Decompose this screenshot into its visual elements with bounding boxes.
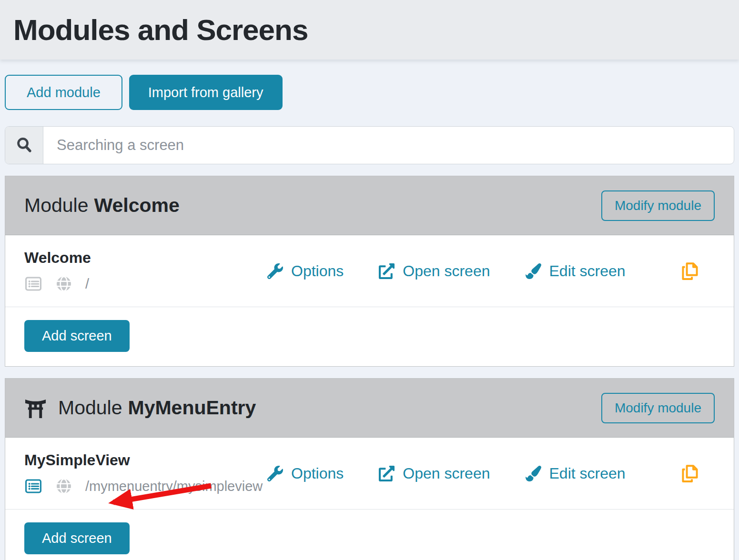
search-bar	[5, 126, 734, 164]
card-list-icon	[24, 275, 42, 293]
screen-row-welcome: Welcome	[5, 235, 734, 307]
edit-screen-link[interactable]: Edit screen	[526, 465, 626, 482]
options-label: Options	[291, 262, 344, 280]
card-list-icon	[24, 477, 42, 495]
screen-path: /mymenuentry/mysimpleview	[85, 479, 263, 494]
search-icon	[5, 127, 43, 164]
add-screen-button-welcome[interactable]: Add screen	[24, 320, 130, 352]
duplicate-screen-button[interactable]	[680, 463, 699, 483]
screen-actions: Options Open screen Edit screen	[267, 261, 715, 281]
module-name: MyMenuEntry	[128, 397, 256, 419]
globe-icon	[55, 275, 73, 293]
torii-gate-icon	[24, 397, 47, 419]
screen-name: Welcome	[24, 249, 267, 267]
wrench-icon	[267, 466, 283, 481]
module-header-mymenuentry: Module MyMenuEntry Modify module	[5, 379, 734, 438]
edit-screen-link[interactable]: Edit screen	[526, 262, 626, 280]
module-title-prefix: Module	[24, 194, 88, 217]
options-link[interactable]: Options	[267, 465, 344, 482]
screen-info: Welcome	[24, 249, 267, 293]
module-name: Welcome	[94, 194, 179, 217]
open-screen-link[interactable]: Open screen	[379, 465, 490, 482]
external-link-icon	[379, 466, 395, 481]
copy-pages-icon	[680, 463, 699, 483]
paint-brush-icon	[526, 466, 541, 481]
modify-module-button[interactable]: Modify module	[601, 393, 715, 423]
add-screen-row: Add screen	[5, 509, 734, 560]
external-link-icon	[379, 263, 395, 279]
screen-name: MySimpleView	[24, 451, 267, 469]
screen-meta: /mymenuentry/mysimpleview	[24, 477, 267, 495]
screen-actions: Options Open screen Edit screen	[267, 463, 715, 483]
module-header-welcome: Module Welcome Modify module	[5, 176, 734, 235]
edit-screen-label: Edit screen	[549, 465, 626, 482]
main-content: Add module Import from gallery Module We…	[0, 75, 739, 560]
module-title: Module MyMenuEntry	[24, 397, 256, 419]
import-from-gallery-button[interactable]: Import from gallery	[129, 75, 283, 110]
screen-meta: /	[24, 275, 267, 293]
screen-path: /	[85, 276, 89, 292]
module-title-prefix: Module	[58, 397, 122, 419]
open-screen-link[interactable]: Open screen	[379, 262, 490, 280]
add-module-button[interactable]: Add module	[5, 75, 122, 110]
copy-pages-icon	[680, 261, 699, 281]
module-card-welcome: Module Welcome Modify module Welcome	[5, 176, 734, 367]
edit-screen-label: Edit screen	[549, 262, 626, 280]
paint-brush-icon	[526, 263, 541, 279]
page-title: Modules and Screens	[13, 13, 308, 47]
duplicate-screen-button[interactable]	[680, 261, 699, 281]
modify-module-button[interactable]: Modify module	[601, 190, 715, 221]
open-screen-label: Open screen	[403, 465, 490, 482]
module-card-mymenuentry: Module MyMenuEntry Modify module MySimpl…	[5, 378, 734, 560]
wrench-icon	[267, 263, 283, 279]
screen-row-mysimpleview: MySimpleView	[5, 438, 734, 509]
add-screen-button-mymenuentry[interactable]: Add screen	[24, 522, 130, 554]
screen-info: MySimpleView	[24, 451, 267, 495]
options-label: Options	[291, 465, 344, 482]
search-input[interactable]	[43, 127, 734, 164]
globe-icon	[55, 477, 73, 495]
page-title-bar: Modules and Screens	[0, 0, 739, 60]
options-link[interactable]: Options	[267, 262, 344, 280]
add-screen-row: Add screen	[5, 307, 734, 366]
toolbar: Add module Import from gallery	[5, 75, 734, 110]
open-screen-label: Open screen	[403, 262, 490, 280]
module-title: Module Welcome	[24, 194, 180, 217]
